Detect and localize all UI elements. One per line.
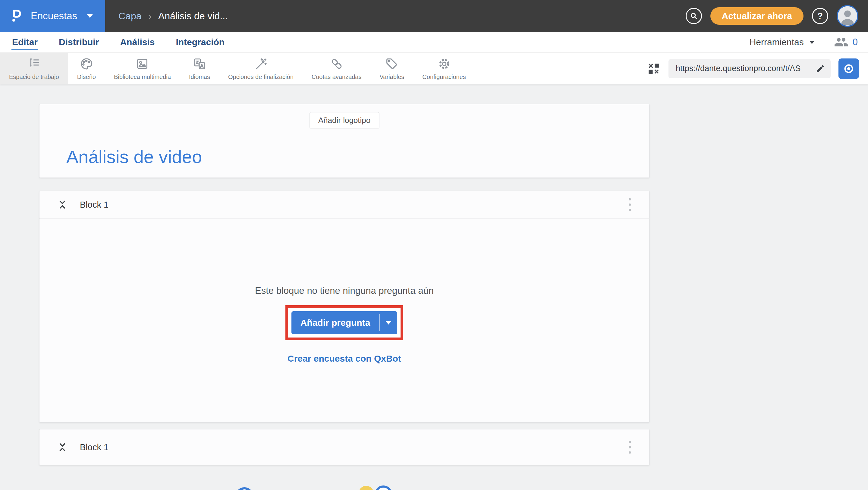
search-button[interactable] [686,8,702,24]
topbar-actions: Actualizar ahora ? [686,5,868,27]
add-question-fab-icon[interactable] [235,487,254,490]
toolbar-item-label: Espacio de trabajo [9,73,59,81]
toolbar-item-diseno[interactable]: Diseño [68,53,105,84]
survey-url-field[interactable]: https://dante.questionpro.com/t/AS [669,59,831,78]
breadcrumb-survey-title: Análisis de vid... [158,10,228,22]
eye-icon [843,63,855,75]
collaborators-count: 0 [852,37,858,48]
toolbar-item-label: Idiomas [189,73,210,81]
translate-icon [193,57,207,71]
help-button[interactable]: ? [812,8,828,24]
preview-button[interactable] [838,58,859,79]
toolbar-item-label: Configuraciones [422,73,466,81]
add-question-split-button: Añadir pregunta [291,311,398,334]
breadcrumb: Capa › Análisis de vid... [119,10,228,22]
add-block-fab-icon[interactable] [375,486,392,490]
tools-dropdown[interactable]: Herramientas [749,37,804,47]
survey-header-card: Añadir logotipo Análisis de video [39,104,650,178]
tab-editar[interactable]: Editar [12,32,38,53]
brand-label: Encuestas [31,10,77,22]
add-logo-button[interactable]: Añadir logotipo [310,112,379,128]
survey-title[interactable]: Análisis de video [66,147,202,167]
toolbar-item-biblioteca-multimedia[interactable]: Biblioteca multimedia [105,53,180,84]
questionpro-survey-editor: Encuestas Capa › Análisis de vid... Actu… [0,0,868,490]
section-tab-bar: Editar Distribuir Análisis Integración H… [0,32,868,53]
toolbar-right: https://dante.questionpro.com/t/AS [647,53,868,84]
toolbar-item-configuraciones[interactable]: Configuraciones [413,53,475,84]
chevron-down-icon[interactable] [809,41,815,44]
chevron-down-icon [385,321,392,325]
add-question-button[interactable]: Añadir pregunta [291,311,379,334]
block-body: Este bloque no tiene ninguna pregunta aú… [39,218,650,423]
toolbar-item-label: Diseño [77,73,96,81]
collaborators-indicator[interactable]: 0 [834,35,858,50]
user-avatar[interactable] [837,5,858,27]
toolbar-item-label: Cuotas avanzadas [312,73,362,81]
toolbar-item-opciones-de-finalizacion[interactable]: Opciones de finalización [219,53,303,84]
block-menu-kebab-icon[interactable] [628,197,632,212]
product-switcher[interactable]: Encuestas [0,0,105,32]
toolbar-item-espacio-de-trabajo[interactable]: Espacio de trabajo [0,53,68,84]
chain-link-icon [330,57,344,71]
edit-pencil-icon[interactable] [815,64,825,73]
search-icon [689,11,698,21]
breadcrumb-separator-icon: › [148,10,152,22]
person-photo-icon [838,6,857,26]
tab-analisis[interactable]: Análisis [120,32,155,53]
tab-integracion[interactable]: Integración [176,32,224,53]
tag-icon [385,57,399,71]
section-tabs: Editar Distribuir Análisis Integración [12,32,224,53]
tab-distribuir[interactable]: Distribuir [59,32,99,53]
collapse-block-icon[interactable] [57,441,68,453]
toolbar-item-cuotas-avanzadas[interactable]: Cuotas avanzadas [303,53,371,84]
gear-icon [437,57,451,71]
add-question-dropdown-button[interactable] [380,311,397,334]
toolbar-item-label: Opciones de finalización [228,73,293,81]
magic-wand-icon [254,57,268,71]
block-header: Block 1 [39,429,650,465]
survey-url-text: https://dante.questionpro.com/t/AS [676,64,812,73]
palette-icon [80,57,93,71]
workspace-icon [27,57,41,71]
tabbar-right: Herramientas 0 [749,35,858,50]
empty-block-message: Este bloque no tiene ninguna pregunta aú… [255,285,434,296]
tutorial-highlight-box: Añadir pregunta [285,305,404,340]
breadcrumb-folder-link[interactable]: Capa [119,10,142,22]
question-mark-icon: ? [817,11,823,21]
block-menu-kebab-icon[interactable] [628,440,632,454]
block-header: Block 1 [39,191,650,218]
block-name: Block 1 [80,442,108,452]
toolbar-item-idiomas[interactable]: Idiomas [180,53,219,84]
qr-code-icon[interactable] [647,62,661,75]
toolbar-item-variables[interactable]: Variables [370,53,413,84]
top-bar: Encuestas Capa › Análisis de vid... Actu… [0,0,868,32]
questionpro-logo-icon [9,7,25,24]
image-icon [135,57,149,71]
editor-toolbar: Espacio de trabajo Diseño Biblioteca [0,53,868,84]
chevron-down-icon [87,14,93,18]
collapse-block-icon[interactable] [57,198,68,211]
block-name: Block 1 [80,200,108,210]
qxbot-fab-icon[interactable] [359,486,374,490]
qxbot-link[interactable]: Crear encuesta con QxBot [287,354,401,364]
toolbar-item-label: Biblioteca multimedia [114,73,171,81]
survey-canvas: Añadir logotipo Análisis de video Block … [0,84,868,490]
people-icon [834,35,848,50]
update-now-button[interactable]: Actualizar ahora [710,7,804,25]
toolbar-item-label: Variables [379,73,404,81]
